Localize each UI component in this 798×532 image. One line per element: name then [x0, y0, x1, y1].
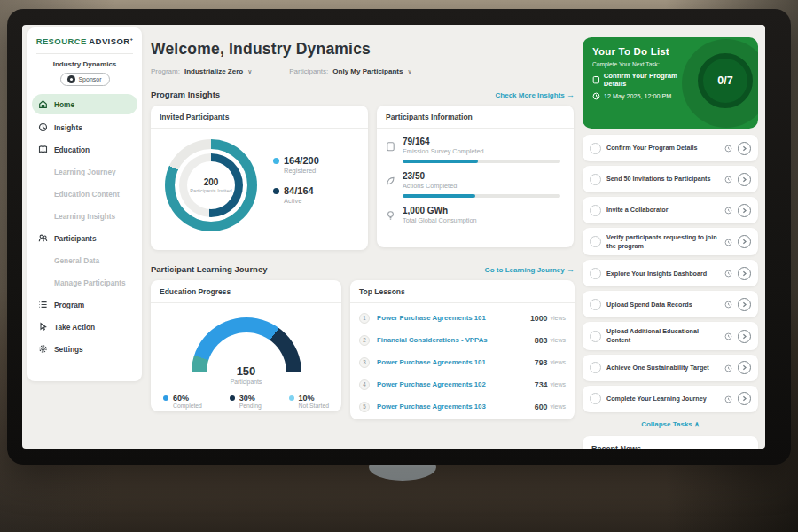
clock-icon [724, 328, 732, 344]
task-row: Upload Additional Educational Content [583, 322, 758, 349]
lesson-views: 600 [535, 403, 548, 411]
chevron-right-icon [741, 176, 747, 183]
arrow-right-icon: → [567, 90, 575, 99]
gauge-value: 150 [192, 364, 301, 378]
stat-value: 79/164 [403, 137, 560, 146]
gauge-label: Participants [192, 379, 301, 385]
sidebar-item-label: Insights [54, 123, 82, 132]
sidebar-menu: Home Insights Education Learning Journey… [27, 94, 142, 360]
task-row: Confirm Your Program Details [583, 135, 758, 161]
collapse-tasks-link[interactable]: Collapse Tasks ∧ [583, 420, 758, 428]
task-checkbox[interactable] [590, 236, 601, 247]
lesson-link[interactable]: Financial Considerations - VPPAs [377, 336, 535, 344]
registered-dot [273, 158, 279, 164]
sidebar-item-participants[interactable]: Participants [27, 227, 142, 249]
stat-value: 23/50 [403, 171, 560, 181]
clock-icon [724, 391, 732, 407]
task-open-button[interactable] [738, 330, 751, 343]
task-checkbox[interactable] [590, 268, 601, 279]
sidebar-item-home[interactable]: Home [32, 94, 137, 114]
monitor-bezel: RESOURCE ADVISOR+ Industry Dynamics Spon… [7, 9, 791, 465]
sidebar-item-learning-journey[interactable]: Learning Journey [27, 160, 142, 183]
invited-participants-card: Invited Participants 200 Participants In… [151, 106, 368, 250]
registered-label: Registered [284, 167, 319, 175]
views-label: views [550, 403, 566, 410]
education-gauge-chart: 150 Participants [192, 317, 301, 372]
task-label: Verify participants requesting to join t… [606, 233, 719, 250]
task-open-button[interactable] [738, 392, 751, 405]
sidebar-item-program[interactable]: Program [27, 293, 142, 316]
sidebar-item-label: Settings [54, 345, 83, 354]
task-open-button[interactable] [738, 267, 751, 280]
participants-filter[interactable]: Participants: Only My Participants ∨ [289, 67, 411, 75]
task-row: Explore Your Insights Dashboard [583, 260, 758, 286]
task-checkbox[interactable] [590, 331, 601, 342]
task-open-button[interactable] [738, 298, 751, 311]
sidebar-item-education[interactable]: Education [27, 138, 142, 160]
completed-dot [163, 395, 168, 401]
task-label: Explore Your Insights Dashboard [606, 270, 719, 278]
task-checkbox[interactable] [590, 362, 601, 373]
lesson-link[interactable]: Power Purchase Agreements 102 [377, 380, 535, 388]
sponsor-badge[interactable]: Sponsor [60, 73, 110, 86]
task-open-button[interactable] [738, 204, 751, 217]
todo-subtitle: Complete Your Next Task: [592, 61, 748, 67]
program-insights-header: Program Insights Check More Insights → [151, 90, 575, 99]
education-progress-card: Education Progress 150 Participants 60% [151, 280, 341, 411]
lesson-row: 1 Power Purchase Agreements 101 1000 vie… [359, 307, 566, 329]
go-to-learning-journey-link[interactable]: Go to Learning Journey → [485, 265, 575, 274]
sidebar-item-insights[interactable]: Insights [27, 116, 142, 138]
lesson-rank: 2 [359, 335, 370, 346]
task-open-button[interactable] [738, 173, 751, 186]
page-title: Welcome, Industry Dynamics [151, 40, 575, 59]
task-checkbox[interactable] [590, 393, 601, 404]
sidebar-item-learning-insights[interactable]: Learning Insights [27, 205, 142, 227]
clock-icon [724, 234, 732, 250]
registered-value: 164/200 [284, 155, 319, 166]
task-open-button[interactable] [738, 235, 751, 248]
progress-fill [403, 160, 478, 163]
lesson-row: 3 Power Purchase Agreements 101 793 view… [359, 351, 566, 373]
lesson-link[interactable]: Power Purchase Agreements 101 [377, 358, 535, 366]
sidebar-item-manage-participants[interactable]: Manage Participants [27, 271, 142, 293]
chevron-right-icon [741, 333, 747, 340]
sidebar-item-take-action[interactable]: Take Action [27, 316, 142, 338]
program-filter[interactable]: Program: Industrialize Zero ∨ [151, 67, 252, 75]
sidebar-item-settings[interactable]: Settings [27, 338, 142, 360]
link-label: Go to Learning Journey [485, 266, 565, 274]
task-open-button[interactable] [738, 361, 751, 374]
consumption-stat: 1,000 GWh Total Global Consumption [386, 206, 563, 224]
task-checkbox[interactable] [590, 299, 601, 310]
task-row: Achieve One Sustainability Target [583, 355, 758, 381]
lesson-views: 793 [535, 358, 548, 367]
task-checkbox[interactable] [590, 205, 601, 216]
card-title: Education Progress [151, 280, 341, 303]
task-open-button[interactable] [738, 142, 751, 155]
stat-label: Emission Survey Completed [403, 147, 560, 155]
lesson-link[interactable]: Power Purchase Agreements 101 [377, 314, 530, 322]
task-label: Achieve One Sustainability Target [606, 364, 719, 372]
active-dot [273, 188, 279, 194]
chevron-right-icon [741, 301, 747, 308]
participants-filter-value: Only My Participants [332, 67, 403, 75]
task-row: Verify participants requesting to join t… [583, 228, 758, 255]
sidebar-item-label: Learning Journey [54, 168, 116, 176]
invited-legend: 164/200 Registered 84/164 Active [273, 155, 319, 215]
invited-total-label: Participants Invited [190, 188, 231, 194]
task-checkbox[interactable] [590, 174, 601, 185]
clock-icon [724, 296, 732, 312]
clock-icon [592, 92, 600, 100]
sidebar-item-general-data[interactable]: General Data [27, 249, 142, 271]
recent-news-title: Recent News [583, 436, 758, 449]
todo-summary-card: 0/7 Your To Do List Complete Your Next T… [583, 37, 758, 129]
lesson-link[interactable]: Power Purchase Agreements 103 [377, 403, 535, 411]
task-checkbox[interactable] [590, 143, 601, 154]
top-lessons-card: Top Lessons 1 Power Purchase Agreements … [350, 280, 575, 419]
sidebar-item-label: Education Content [54, 190, 120, 199]
clock-icon [724, 360, 732, 376]
lesson-row: 5 Power Purchase Agreements 103 600 view… [359, 395, 566, 418]
task-label: Upload Spend Data Records [606, 301, 719, 309]
check-more-insights-link[interactable]: Check More Insights → [496, 90, 575, 99]
chevron-right-icon [741, 270, 747, 277]
sidebar-item-education-content[interactable]: Education Content [27, 183, 142, 205]
